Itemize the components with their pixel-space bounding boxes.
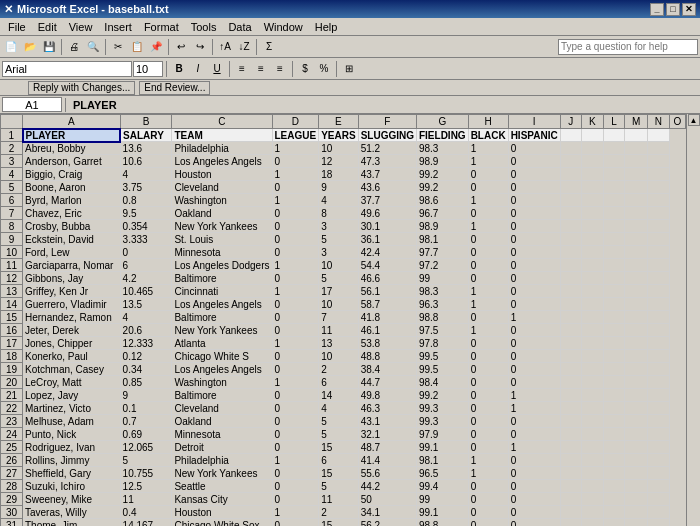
table-cell[interactable] bbox=[581, 363, 603, 376]
col-header-g[interactable]: G bbox=[416, 115, 468, 129]
table-cell[interactable]: 1 bbox=[468, 155, 508, 168]
table-cell[interactable] bbox=[647, 272, 669, 285]
table-cell[interactable] bbox=[581, 454, 603, 467]
table-cell[interactable] bbox=[560, 155, 581, 168]
table-cell[interactable]: Hernandez, Ramon bbox=[23, 311, 121, 324]
table-cell[interactable]: 43.6 bbox=[358, 181, 416, 194]
table-cell[interactable] bbox=[625, 272, 648, 285]
table-cell[interactable]: 0 bbox=[272, 363, 319, 376]
table-cell[interactable]: 0 bbox=[508, 298, 560, 311]
table-cell[interactable] bbox=[581, 207, 603, 220]
font-name-input[interactable] bbox=[2, 61, 132, 77]
table-cell[interactable] bbox=[560, 519, 581, 527]
align-right-button[interactable]: ≡ bbox=[271, 60, 289, 78]
table-cell[interactable]: 0 bbox=[508, 272, 560, 285]
table-cell[interactable] bbox=[581, 493, 603, 506]
preview-button[interactable]: 🔍 bbox=[84, 38, 102, 56]
table-cell[interactable]: 13.5 bbox=[120, 298, 172, 311]
table-cell[interactable] bbox=[625, 207, 648, 220]
table-cell[interactable]: 0 bbox=[468, 311, 508, 324]
table-cell[interactable]: SALARY bbox=[120, 129, 172, 142]
table-cell[interactable]: 5 bbox=[319, 233, 358, 246]
table-cell[interactable]: 36.1 bbox=[358, 233, 416, 246]
table-cell[interactable] bbox=[560, 168, 581, 181]
table-cell[interactable]: 1 bbox=[468, 298, 508, 311]
col-header-a[interactable]: A bbox=[23, 115, 121, 129]
table-cell[interactable] bbox=[603, 259, 625, 272]
table-cell[interactable]: Guerrero, Vladimir bbox=[23, 298, 121, 311]
table-cell[interactable] bbox=[625, 246, 648, 259]
table-cell[interactable]: 1 bbox=[468, 285, 508, 298]
table-cell[interactable]: Chicago White Sox bbox=[172, 519, 272, 527]
table-cell[interactable]: Houston bbox=[172, 168, 272, 181]
table-cell[interactable] bbox=[560, 259, 581, 272]
table-cell[interactable]: 0 bbox=[468, 363, 508, 376]
table-cell[interactable] bbox=[603, 415, 625, 428]
table-cell[interactable]: 0 bbox=[508, 181, 560, 194]
table-cell[interactable]: 1 bbox=[508, 389, 560, 402]
table-cell[interactable] bbox=[560, 272, 581, 285]
table-cell[interactable] bbox=[560, 337, 581, 350]
table-cell[interactable]: Biggio, Craig bbox=[23, 168, 121, 181]
table-cell[interactable]: 50 bbox=[358, 493, 416, 506]
table-cell[interactable] bbox=[603, 246, 625, 259]
table-cell[interactable]: 0 bbox=[272, 233, 319, 246]
table-cell[interactable]: 0 bbox=[468, 493, 508, 506]
table-cell[interactable] bbox=[560, 324, 581, 337]
table-cell[interactable]: 9 bbox=[319, 181, 358, 194]
maximize-button[interactable]: □ bbox=[666, 3, 680, 16]
table-cell[interactable]: 10 bbox=[319, 350, 358, 363]
table-cell[interactable] bbox=[560, 493, 581, 506]
percent-button[interactable]: % bbox=[315, 60, 333, 78]
table-cell[interactable]: Chavez, Eric bbox=[23, 207, 121, 220]
table-cell[interactable]: Cincinnati bbox=[172, 285, 272, 298]
table-cell[interactable]: 97.7 bbox=[416, 246, 468, 259]
table-cell[interactable]: Seattle bbox=[172, 480, 272, 493]
table-cell[interactable]: 46.1 bbox=[358, 324, 416, 337]
table-cell[interactable] bbox=[647, 233, 669, 246]
table-cell[interactable]: 56.2 bbox=[358, 519, 416, 527]
table-cell[interactable] bbox=[647, 194, 669, 207]
table-cell[interactable]: 3 bbox=[319, 246, 358, 259]
table-cell[interactable] bbox=[560, 389, 581, 402]
table-cell[interactable] bbox=[581, 233, 603, 246]
table-cell[interactable] bbox=[581, 389, 603, 402]
table-cell[interactable]: 9.5 bbox=[120, 207, 172, 220]
table-cell[interactable]: 0 bbox=[272, 272, 319, 285]
table-cell[interactable] bbox=[581, 285, 603, 298]
table-cell[interactable] bbox=[625, 337, 648, 350]
table-cell[interactable]: 0 bbox=[508, 337, 560, 350]
open-button[interactable]: 📂 bbox=[21, 38, 39, 56]
table-cell[interactable] bbox=[647, 467, 669, 480]
table-cell[interactable]: 0 bbox=[272, 324, 319, 337]
table-cell[interactable] bbox=[647, 376, 669, 389]
table-cell[interactable]: 2 bbox=[319, 363, 358, 376]
table-cell[interactable]: 5 bbox=[319, 272, 358, 285]
print-button[interactable]: 🖨 bbox=[65, 38, 83, 56]
table-cell[interactable]: 49.8 bbox=[358, 389, 416, 402]
table-cell[interactable] bbox=[625, 142, 648, 155]
table-cell[interactable]: 11 bbox=[120, 493, 172, 506]
table-cell[interactable]: BLACK bbox=[468, 129, 508, 142]
col-header-h[interactable]: H bbox=[468, 115, 508, 129]
table-cell[interactable]: TEAM bbox=[172, 129, 272, 142]
table-cell[interactable]: 32.1 bbox=[358, 428, 416, 441]
table-cell[interactable] bbox=[581, 441, 603, 454]
table-cell[interactable] bbox=[647, 350, 669, 363]
table-cell[interactable]: HISPANIC bbox=[508, 129, 560, 142]
table-cell[interactable]: 48.8 bbox=[358, 350, 416, 363]
table-cell[interactable]: Philadelphia bbox=[172, 454, 272, 467]
table-cell[interactable]: 0 bbox=[508, 350, 560, 363]
table-cell[interactable] bbox=[581, 467, 603, 480]
table-cell[interactable]: Detroit bbox=[172, 441, 272, 454]
table-cell[interactable]: 0 bbox=[508, 155, 560, 168]
table-cell[interactable]: 98.9 bbox=[416, 155, 468, 168]
table-cell[interactable]: 0 bbox=[508, 142, 560, 155]
table-cell[interactable] bbox=[560, 285, 581, 298]
table-cell[interactable]: 98.4 bbox=[416, 376, 468, 389]
col-header-f[interactable]: F bbox=[358, 115, 416, 129]
table-cell[interactable]: 0 bbox=[272, 519, 319, 527]
table-cell[interactable]: 0 bbox=[508, 428, 560, 441]
table-cell[interactable]: 3.333 bbox=[120, 233, 172, 246]
table-cell[interactable]: 0 bbox=[508, 207, 560, 220]
